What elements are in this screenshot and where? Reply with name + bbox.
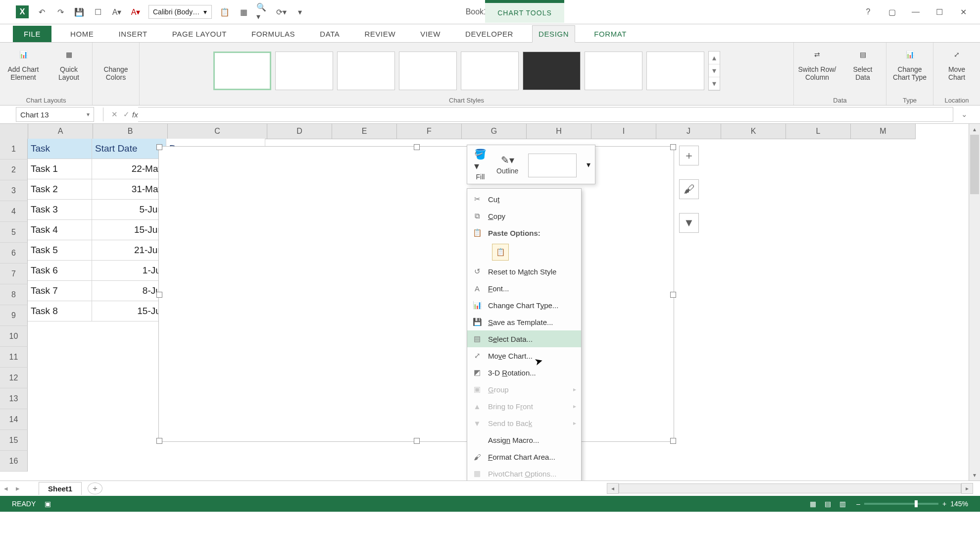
tab-page-layout[interactable]: PAGE LAYOUT xyxy=(166,26,233,42)
paste-option-button[interactable]: 📋 xyxy=(492,244,509,261)
tab-formulas[interactable]: FORMULAS xyxy=(245,26,301,42)
print-preview-button[interactable]: ☐ xyxy=(92,6,104,18)
col-header-K[interactable]: K xyxy=(721,124,786,139)
row-header-16[interactable]: 16 xyxy=(0,451,28,472)
col-header-A[interactable]: A xyxy=(28,124,93,139)
ctx-save-as-template[interactable]: 💾Save as Template... xyxy=(467,314,581,330)
select-all-corner[interactable] xyxy=(0,124,28,139)
cell-A6[interactable]: Task 5 xyxy=(28,240,92,261)
redo-button[interactable]: ↷ xyxy=(54,6,66,18)
cell-A9[interactable]: Task 8 xyxy=(28,301,92,321)
chart-object[interactable] xyxy=(158,146,674,442)
scroll-up-button[interactable]: ▴ xyxy=(969,124,980,135)
resize-handle-sw[interactable] xyxy=(156,438,162,444)
refresh-button[interactable]: ⟳▾ xyxy=(275,6,287,18)
ctx-assign-macro[interactable]: Assign Macro... xyxy=(467,431,581,448)
scroll-down-button[interactable]: ▾ xyxy=(969,470,980,481)
row-header-15[interactable]: 15 xyxy=(0,430,28,451)
horizontal-scrollbar[interactable]: ◂ ▸ xyxy=(607,483,973,494)
page-layout-view-button[interactable]: ▤ xyxy=(823,500,833,508)
row-header-4[interactable]: 4 xyxy=(0,201,28,222)
mini-style-gallery[interactable] xyxy=(528,152,577,177)
tab-format[interactable]: FORMAT xyxy=(588,26,633,42)
ribbon-display-options-button[interactable]: ▢ xyxy=(887,7,897,17)
ctx-change-chart-type[interactable]: 📊Change Chart Type... xyxy=(467,297,581,314)
change-colors-button[interactable]: Change Colors xyxy=(97,46,135,81)
move-chart-button[interactable]: ⤢ Move Chart xyxy=(937,46,976,81)
cell-B7[interactable]: 1-Jul xyxy=(92,261,166,281)
chart-styles-scroll[interactable]: ▴ ▾ ▾ xyxy=(708,51,720,91)
col-header-J[interactable]: J xyxy=(656,124,721,139)
col-header-G[interactable]: G xyxy=(462,124,527,139)
cell-B3[interactable]: 31-May xyxy=(92,179,166,200)
maximize-button[interactable]: ☐ xyxy=(934,7,944,17)
sheet-nav-next[interactable]: ▸ xyxy=(12,484,24,493)
chart-style-6[interactable] xyxy=(523,52,581,90)
ctx-format-chart-area[interactable]: 🖌Format Chart Area... xyxy=(467,448,581,465)
cell-A8[interactable]: Task 7 xyxy=(28,281,92,301)
tab-review[interactable]: REVIEW xyxy=(358,26,401,42)
mini-style-thumb[interactable] xyxy=(528,154,577,177)
help-button[interactable]: ? xyxy=(863,7,873,16)
close-button[interactable]: ✕ xyxy=(958,7,968,17)
chart-styles-button[interactable]: 🖌 xyxy=(679,179,699,199)
row-header-7[interactable]: 7 xyxy=(0,264,28,284)
resize-handle-e[interactable] xyxy=(670,292,676,298)
table-button[interactable]: ▦ xyxy=(238,6,249,18)
font-size-button[interactable]: A▾ xyxy=(111,6,123,18)
cell-A4[interactable]: Task 3 xyxy=(28,200,92,220)
row-header-12[interactable]: 12 xyxy=(0,368,28,388)
row-header-13[interactable]: 13 xyxy=(0,388,28,409)
col-header-F[interactable]: F xyxy=(397,124,462,139)
hscroll-left-button[interactable]: ◂ xyxy=(607,483,619,494)
row-header-3[interactable]: 3 xyxy=(0,180,28,201)
cell-A1[interactable]: Task xyxy=(28,139,92,159)
tab-design[interactable]: DESIGN xyxy=(532,25,575,43)
undo-button[interactable]: ↶ xyxy=(36,6,48,18)
add-chart-element-button[interactable]: 📊 Add Chart Element xyxy=(4,46,43,81)
font-color-button[interactable]: A▾ xyxy=(130,6,142,18)
row-header-6[interactable]: 6 xyxy=(0,243,28,264)
vertical-scrollbar[interactable]: ▴ ▾ xyxy=(969,124,980,481)
resize-handle-ne[interactable] xyxy=(670,144,676,150)
zoom-in-button[interactable]: + xyxy=(942,500,946,508)
ctx-reset-match-style[interactable]: ↺Reset to Match Style xyxy=(467,263,581,280)
col-header-C[interactable]: C xyxy=(168,124,267,139)
row-header-5[interactable]: 5 xyxy=(0,222,28,243)
cell-B8[interactable]: 8-Jul xyxy=(92,281,166,301)
mini-outline-button[interactable]: ✎▾ Outline xyxy=(496,154,518,175)
save-button[interactable]: 💾 xyxy=(73,6,85,18)
cell-B4[interactable]: 5-Jun xyxy=(92,200,166,220)
tab-view[interactable]: VIEW xyxy=(414,26,446,42)
cell-B2[interactable]: 22-May xyxy=(92,159,166,179)
tab-data[interactable]: DATA xyxy=(314,26,345,42)
cell-B1[interactable]: Start Date xyxy=(92,139,166,159)
hscroll-track[interactable] xyxy=(619,483,961,493)
macro-record-icon[interactable]: ▣ xyxy=(45,500,51,508)
expand-formula-bar-button[interactable]: ⌄ xyxy=(958,110,970,119)
col-header-M[interactable]: M xyxy=(851,124,916,139)
cell-A7[interactable]: Task 6 xyxy=(28,261,92,281)
chart-elements-button[interactable]: ＋ xyxy=(679,146,699,165)
chart-style-7[interactable] xyxy=(585,52,642,90)
name-box-dropdown-icon[interactable]: ▾ xyxy=(87,111,90,118)
cell-B5[interactable]: 15-Jun xyxy=(92,220,166,240)
customize-qat-button[interactable]: ▾ xyxy=(294,6,306,18)
quick-layout-button[interactable]: ▦ Quick Layout xyxy=(49,46,88,81)
normal-view-button[interactable]: ▦ xyxy=(808,500,818,508)
row-header-9[interactable]: 9 xyxy=(0,305,28,326)
col-header-B[interactable]: B xyxy=(93,124,168,139)
name-box[interactable]: Chart 13 ▾ xyxy=(16,107,94,122)
resize-handle-se[interactable] xyxy=(670,438,676,444)
col-header-D[interactable]: D xyxy=(267,124,332,139)
cell-A3[interactable]: Task 2 xyxy=(28,179,92,200)
cell-B6[interactable]: 21-Jun xyxy=(92,240,166,261)
mini-fill-button[interactable]: 🪣▾ Fill xyxy=(474,148,487,181)
enter-formula-button[interactable]: ✓ xyxy=(120,110,132,119)
minimize-button[interactable]: — xyxy=(911,7,921,16)
zoom-slider[interactable] xyxy=(864,503,938,505)
switch-row-column-button[interactable]: ⇄ Switch Row/ Column xyxy=(798,46,836,81)
paste-button[interactable]: 📋 xyxy=(219,6,231,18)
cell-B9[interactable]: 15-Jul xyxy=(92,301,166,321)
resize-handle-s[interactable] xyxy=(414,438,420,444)
